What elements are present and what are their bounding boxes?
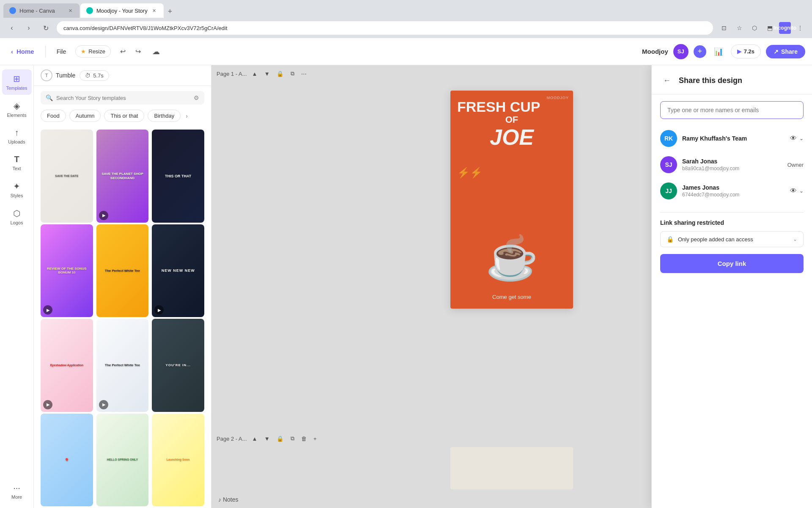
sidebar-label-styles: Styles <box>11 193 23 198</box>
play-overlay-icon-6: ▶ <box>158 308 161 312</box>
home-button[interactable]: ‹ Home <box>7 45 38 58</box>
toolbar-separator <box>45 46 46 58</box>
close-share-button[interactable]: ← <box>660 74 674 87</box>
play-overlay-icon-2: ▶ <box>102 213 106 218</box>
template-card-1[interactable]: SAVE THE DATE <box>41 130 93 223</box>
template-card-11[interactable]: HELLO SPRING ONLY <box>96 414 149 507</box>
top-toolbar: ‹ Home File ★ Resize ↩ ↪ ☁ Moodjoy SJ + … <box>0 38 812 65</box>
tumble-indicator: T Tumble <box>41 69 75 81</box>
chevron-icon-jj[interactable]: ⌄ <box>799 188 804 194</box>
tab-design[interactable]: Moodjoy - Your Story ✕ <box>80 3 164 18</box>
share-body: RK Ramy Khuffash's Team 👁 ⌄ SJ <box>652 94 812 508</box>
styles-icon: ✦ <box>13 181 20 191</box>
copy-link-button[interactable]: Copy link <box>660 254 804 273</box>
person-info-jj: James Jonas 6744edc7@moodjoy.com <box>682 184 785 198</box>
more-icon: ··· <box>13 483 20 493</box>
template-card-4[interactable]: REVIEW OF THE SONUS BONUM 10 ▶ <box>41 224 93 318</box>
redo-button[interactable]: ↪ <box>131 45 145 58</box>
email-input[interactable] <box>660 101 804 119</box>
person-name-jj: James Jonas <box>682 184 785 191</box>
dropdown-chevron-icon: ⌄ <box>793 236 797 242</box>
person-email-sj: b8a90ca1@moodjoy.com <box>682 166 782 171</box>
address-bar: ‹ › ↻ ⊡ ☆ ⬡ ⬒ Incognito ⋮ <box>0 18 812 38</box>
tag-autumn[interactable]: Autumn <box>69 110 101 122</box>
tab-home[interactable]: Home - Canva ✕ <box>3 3 80 18</box>
eye-icon-rk[interactable]: 👁 <box>790 135 797 142</box>
template-card-10[interactable]: 🎈 <box>41 414 93 507</box>
reload-button[interactable]: ↻ <box>40 22 52 34</box>
sidebar-label-elements: Elements <box>7 113 27 118</box>
bookmark-icon[interactable]: ☆ <box>733 22 745 34</box>
person-info-rk: Ramy Khuffash's Team <box>682 135 785 142</box>
play-label: 7.2s <box>744 48 754 55</box>
link-access-dropdown[interactable]: 🔒 Only people added can access ⌄ <box>660 231 804 247</box>
sidebar-item-uploads[interactable]: ↑ Uploads <box>2 124 32 149</box>
file-button[interactable]: File <box>52 46 71 58</box>
menu-icon[interactable]: ⋮ <box>794 22 806 34</box>
elements-icon: ◈ <box>14 101 20 111</box>
back-button[interactable]: ‹ <box>6 22 18 34</box>
template-card-5[interactable]: The Perfect White Tee <box>96 224 149 318</box>
undo-button[interactable]: ↩ <box>116 45 129 58</box>
person-actions-jj: 👁 ⌄ <box>790 187 804 195</box>
resize-star-icon: ★ <box>81 48 86 55</box>
chevron-icon-rk[interactable]: ⌄ <box>799 135 804 141</box>
person-role-sj: Owner <box>787 162 804 168</box>
sidebar-label-templates: Templates <box>6 86 27 91</box>
avatar-jj: JJ <box>660 182 677 199</box>
template-card-9[interactable]: YOU'RE IN... <box>152 319 204 412</box>
sidebar-label-text: Text <box>12 166 21 171</box>
template-card-6[interactable]: NEW NEW NEW ▶ <box>152 224 204 318</box>
tab-close-design[interactable]: ✕ <box>151 7 158 14</box>
tab-title-home: Home - Canva <box>19 8 55 14</box>
tag-food[interactable]: Food <box>41 110 66 122</box>
add-collaborator-button[interactable]: + <box>694 45 706 58</box>
profile-icon[interactable]: Incognito <box>779 22 791 34</box>
filter-icon[interactable]: ⚙ <box>194 94 199 101</box>
person-info-sj: Sarah Jonas b8a90ca1@moodjoy.com <box>682 158 782 171</box>
play-overlay-8: ▶ <box>99 400 108 409</box>
tag-this-or-that[interactable]: This or that <box>104 110 144 122</box>
people-list: RK Ramy Khuffash's Team 👁 ⌄ SJ <box>660 126 804 204</box>
template-card-7[interactable]: Eyeshadow Application ▶ <box>41 319 93 412</box>
sidebar-item-text[interactable]: T Text <box>2 150 32 175</box>
avatar-sj: SJ <box>660 156 677 173</box>
sidebar-item-more[interactable]: ··· More <box>2 479 32 504</box>
tab-bar: Home - Canva ✕ Moodjoy - Your Story ✕ + <box>0 0 812 18</box>
new-tab-button[interactable]: + <box>165 6 176 18</box>
stats-button[interactable]: 📊 <box>711 44 726 59</box>
sidebar-item-logos[interactable]: ⬡ Logos <box>2 204 32 229</box>
search-icon: 🔍 <box>46 94 53 101</box>
resize-button[interactable]: ★ Resize <box>75 45 111 58</box>
person-actions-rk: 👁 ⌄ <box>790 135 804 142</box>
person-name-sj: Sarah Jonas <box>682 158 782 165</box>
save-button[interactable]: ☁ <box>150 44 162 59</box>
template-card-2[interactable]: SAVE THE PLANET SHOP SECONDHAND ▶ <box>96 130 149 223</box>
forward-button[interactable]: › <box>23 22 35 34</box>
templates-icon: ⊞ <box>13 74 20 84</box>
cast-icon[interactable]: ⊡ <box>718 22 730 34</box>
extensions-icon[interactable]: ⬡ <box>749 22 760 34</box>
search-area: 🔍 ⚙ <box>34 86 211 108</box>
sidebar-item-styles[interactable]: ✦ Styles <box>2 177 32 202</box>
share-button[interactable]: ↗ Share <box>766 45 805 58</box>
search-input[interactable] <box>56 95 190 101</box>
timer-value: 5.7s <box>93 72 104 79</box>
person-row-sj: SJ Sarah Jonas b8a90ca1@moodjoy.com Owne… <box>660 152 804 177</box>
tab-close-home[interactable]: ✕ <box>67 7 74 14</box>
tab-favicon-home <box>9 7 16 14</box>
play-button[interactable]: ▶ 7.2s <box>731 44 761 58</box>
tag-birthday[interactable]: Birthday <box>148 110 181 122</box>
template-card-8[interactable]: The Perfect White Tee ▶ <box>96 319 149 412</box>
url-bar[interactable] <box>57 21 713 35</box>
template-card-12[interactable]: Launching Soon <box>152 414 204 507</box>
tags-more-arrow[interactable]: › <box>184 110 189 122</box>
sidebar-item-elements[interactable]: ◈ Elements <box>2 97 32 122</box>
user-avatar[interactable]: SJ <box>673 44 689 59</box>
browser-actions: ⊡ ☆ ⬡ ⬒ Incognito ⋮ <box>718 22 806 34</box>
person-row-jj: JJ James Jonas 6744edc7@moodjoy.com 👁 ⌄ <box>660 178 804 204</box>
sidebar-item-templates[interactable]: ⊞ Templates <box>2 69 32 95</box>
template-card-3[interactable]: THIS OR THAT <box>152 130 204 223</box>
resize-label: Resize <box>88 48 105 55</box>
eye-icon-jj[interactable]: 👁 <box>790 187 797 195</box>
